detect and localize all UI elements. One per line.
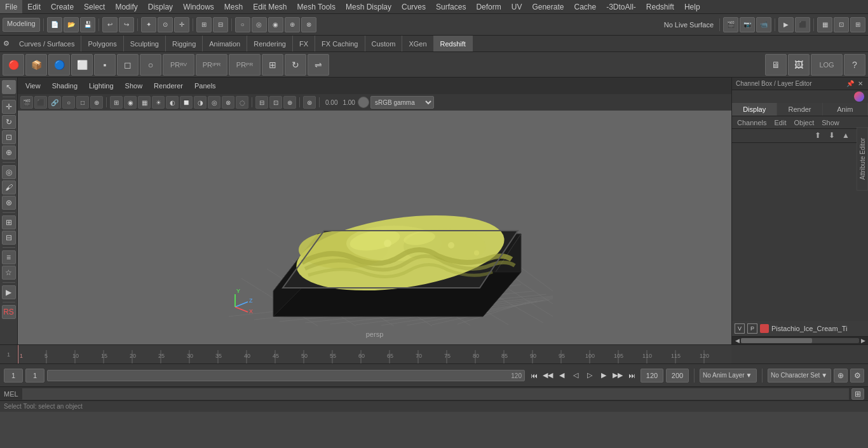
menu-windows[interactable]: Windows — [178, 0, 219, 13]
menu-select[interactable]: Select — [79, 0, 110, 13]
shelf-gear[interactable]: ⚙ — [0, 36, 13, 51]
move-tool-btn[interactable]: ✛ — [2, 100, 16, 114]
snap2-btn[interactable]: ⊟ — [213, 17, 228, 32]
vp-shadow-btn[interactable]: ◑ — [194, 96, 207, 109]
menu-surfaces[interactable]: Surfaces — [431, 0, 471, 13]
shelf-tab-fx[interactable]: FX — [293, 36, 315, 51]
lasso-btn[interactable]: ⊙ — [158, 17, 173, 32]
go-start-btn[interactable]: ⏮ — [527, 369, 540, 382]
char-set-dropdown[interactable]: No Character Set ▼ — [768, 369, 831, 383]
rp-scrollbar[interactable]: ◀ ▶ — [732, 337, 868, 344]
vp-motion-blur-btn[interactable]: ◌ — [236, 96, 248, 109]
vp-select-mask1[interactable]: ○ — [62, 96, 75, 109]
prev-key-btn[interactable]: ◀◀ — [541, 369, 554, 382]
range-current-input[interactable] — [25, 369, 44, 383]
sculpt-btn[interactable]: ⊛ — [2, 196, 16, 210]
rp-sub-tab-edit[interactable]: Edit — [771, 119, 789, 126]
shelf-icon-8[interactable]: ⊞ — [262, 54, 283, 76]
show-manip-btn[interactable]: ☆ — [2, 266, 16, 280]
component-editor-btn[interactable]: ⊟ — [2, 231, 16, 245]
render1-btn[interactable]: ▶ — [778, 17, 794, 32]
select-btn[interactable]: ✦ — [141, 17, 156, 32]
rp-color-wheel[interactable] — [854, 92, 864, 102]
time-range-slider[interactable]: 120 — [47, 370, 525, 381]
shelf-tab-sculpting[interactable]: Sculpting — [124, 36, 166, 51]
next-frame-btn[interactable]: ▶ — [597, 369, 610, 382]
vp-menu-show[interactable]: Show — [123, 82, 146, 90]
menu-modify[interactable]: Modify — [110, 0, 142, 13]
shelf-icon-log[interactable]: LOG — [811, 54, 843, 76]
snap-component-btn[interactable]: ⊞ — [2, 215, 16, 229]
vp-grid-btn[interactable]: ⊟ — [255, 96, 268, 109]
mel-expand-btn[interactable]: ⊞ — [851, 388, 864, 400]
menu-generate[interactable]: Generate — [527, 0, 569, 13]
shelf-icon-wide-3[interactable]: PRPR — [229, 54, 261, 76]
vp-sync-btn[interactable]: 🔗 — [48, 96, 61, 109]
bc-extra-btn1[interactable]: ⊕ — [834, 369, 848, 383]
shelf-tab-curves-surfaces[interactable]: Curves / Surfaces — [13, 36, 81, 51]
layout3-btn[interactable]: ⊞ — [850, 17, 865, 32]
move-btn[interactable]: ✛ — [174, 17, 189, 32]
paint-btn[interactable]: 🖌 — [2, 180, 16, 194]
layout-btn[interactable]: ▦ — [817, 17, 832, 32]
attribute-editor-side-tab[interactable]: Attribute Editor — [857, 127, 868, 191]
layer-color-swatch[interactable] — [760, 324, 769, 333]
open-btn[interactable]: 📂 — [64, 17, 79, 32]
shelf-icon-5[interactable]: ▪ — [94, 54, 116, 76]
scale-tool-btn[interactable]: ⊡ — [2, 130, 16, 144]
menu-create[interactable]: Create — [46, 0, 79, 13]
menu-mesh-display[interactable]: Mesh Display — [341, 0, 397, 13]
shelf-icon-7[interactable]: ○ — [140, 54, 161, 76]
shelf-icon-render-view[interactable]: 🖥 — [765, 54, 787, 76]
vp-display-btn[interactable]: ▦ — [138, 96, 151, 109]
rp-sub-tab-layers[interactable]: Channels — [735, 119, 769, 126]
layer-playback-btn[interactable]: P — [747, 323, 757, 334]
rp-tab-anim[interactable]: Anim — [823, 103, 868, 116]
go-end-btn[interactable]: ⏭ — [625, 369, 638, 382]
menu-display[interactable]: Display — [143, 0, 178, 13]
redo-btn[interactable]: ↪ — [119, 17, 134, 32]
mel-input[interactable] — [22, 388, 849, 400]
vp-camera-btn[interactable]: 🎬 — [20, 96, 33, 109]
new-scene-btn[interactable]: 📄 — [47, 17, 62, 32]
outliner-btn[interactable]: ≡ — [2, 250, 16, 264]
vp-xray-btn[interactable]: ◎ — [208, 96, 220, 109]
shelf-icon-3[interactable]: 🔵 — [48, 54, 70, 76]
menu-curves[interactable]: Curves — [397, 0, 431, 13]
timeline-ruler[interactable]: 1 5 10 15 20 25 30 35 40 45 50 55 60 — [18, 344, 731, 363]
rotate-tool-btn[interactable]: ↻ — [2, 115, 16, 129]
vp-menu-lighting[interactable]: Lighting — [86, 82, 116, 90]
rp-scroll-thumb[interactable] — [741, 338, 812, 343]
rp-close-btn[interactable]: ✕ — [857, 79, 864, 87]
vp-scene-btn[interactable]: ⊕ — [283, 96, 296, 109]
render-btn[interactable]: ▶ — [2, 285, 16, 299]
shelf-tab-polygons[interactable]: Polygons — [81, 36, 123, 51]
frame-end-input[interactable] — [641, 369, 663, 383]
menu-edit-mesh[interactable]: Edit Mesh — [248, 0, 292, 13]
vp-menu-renderer[interactable]: Renderer — [151, 82, 186, 90]
workspace-dropdown[interactable]: Modeling — [3, 18, 40, 32]
menu-cache[interactable]: Cache — [569, 0, 601, 13]
vp-snap-btn[interactable]: ⊕ — [90, 96, 103, 109]
shelf-tab-fx-caching[interactable]: FX Caching — [315, 36, 365, 51]
soft-sel-btn[interactable]: ◎ — [2, 165, 16, 179]
rp-pin-btn[interactable]: 📌 — [846, 79, 854, 87]
vp-frame-btn[interactable]: ⬛ — [34, 96, 47, 109]
shelf-icon-render-region[interactable]: 🖼 — [788, 54, 810, 76]
rp-remove-icon[interactable]: ⬇ — [826, 130, 837, 141]
save-btn[interactable]: 💾 — [80, 17, 95, 32]
shelf-icon-wide-2[interactable]: PRIPR — [196, 54, 227, 76]
rp-up-icon[interactable]: ▲ — [840, 130, 851, 141]
play-back-btn[interactable]: ◁ — [569, 369, 582, 382]
menu-mesh-tools[interactable]: Mesh Tools — [292, 0, 341, 13]
vp-select-mask2[interactable]: □ — [76, 96, 89, 109]
vp-menu-view[interactable]: View — [23, 82, 43, 90]
vp-isolate-btn[interactable]: ⊛ — [303, 96, 316, 109]
camera2-btn[interactable]: 📷 — [740, 17, 755, 32]
menu-edit[interactable]: Edit — [22, 0, 46, 13]
shelf-tab-xgen[interactable]: XGen — [402, 36, 433, 51]
menu-3dtoall[interactable]: -3DtoAll- — [601, 0, 641, 13]
snap1-btn[interactable]: ⊞ — [196, 17, 212, 32]
magnet1-btn[interactable]: ○ — [235, 17, 250, 32]
bc-extra-btn2[interactable]: ⚙ — [850, 369, 864, 383]
